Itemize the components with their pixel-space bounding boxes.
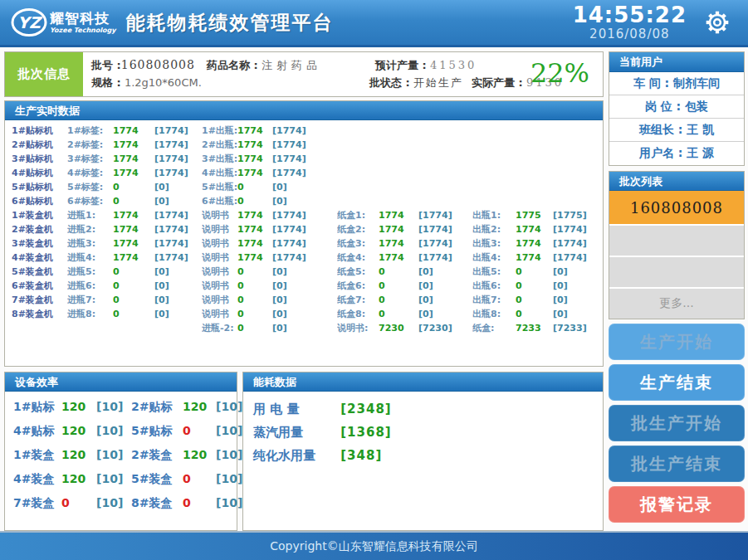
metric-label: 进瓶7: <box>67 293 113 307</box>
user-info-row: 车 间 : 制剂车间 <box>609 72 744 95</box>
metric-label: 纸盒2: <box>337 222 379 236</box>
metric-label: 进瓶1: <box>67 208 113 222</box>
metric-value <box>379 124 418 138</box>
metric-target: [0] <box>272 194 337 208</box>
energy-row: 纯化水用量 [348] <box>253 448 603 471</box>
metric-value: 1774 <box>237 251 272 265</box>
metric-label: 出瓶5: <box>472 265 516 279</box>
company-logo: YZ 耀智科技 Yozee Technology <box>10 7 115 38</box>
metric-target <box>553 166 604 180</box>
metric-target <box>418 180 472 194</box>
batch-list-more-button[interactable]: 更多... <box>609 287 744 319</box>
machine-name: 6#贴标机 <box>12 194 67 208</box>
metric-target: [1774] <box>418 236 472 251</box>
metric-target: [1774] <box>272 124 337 138</box>
metric-target: [1774] <box>272 251 337 265</box>
metric-value: 1774 <box>113 236 154 251</box>
metric-value: 1774 <box>379 251 418 265</box>
metric-value <box>516 194 553 208</box>
metric-label: 纸盒6: <box>337 279 379 293</box>
metric-target: [0] <box>154 279 202 293</box>
energy-data-panel: 能耗数据 用 电 量 [2348] 蒸汽用量 [1368] <box>242 372 604 531</box>
metric-label: 说明书 <box>202 251 237 265</box>
action-button[interactable]: 生产结束 <box>609 364 745 401</box>
metric-label: 进瓶4: <box>67 251 113 265</box>
metric-target: [1775] <box>553 208 604 222</box>
batch-info-panel: 批次信息 批号 :160808008 药品名称 : 注射药品 预计产量 : 41… <box>4 51 604 97</box>
metric-value: 1774 <box>516 236 553 251</box>
metric-value: 1774 <box>237 208 272 222</box>
settings-gear-icon[interactable] <box>703 8 731 37</box>
batch-info-tab[interactable]: 批次信息 <box>5 52 83 96</box>
metric-label: 出瓶4: <box>472 251 516 265</box>
metric-target: [1774] <box>272 138 337 152</box>
spec-value: 1.2g10*60CM. <box>125 76 202 89</box>
action-button[interactable]: 批生产结束 <box>609 446 745 482</box>
metric-label: 纸盒: <box>472 321 516 335</box>
metric-value: 1774 <box>379 208 418 222</box>
device-label: 8#装盒 <box>131 496 183 511</box>
machine-name: 4#装盒机 <box>12 251 67 265</box>
metric-label: 纸盒1: <box>337 208 379 222</box>
machine-name: 7#装盒机 <box>12 293 67 307</box>
metric-target: [0] <box>418 307 472 321</box>
metric-value: 1774 <box>113 208 154 222</box>
machine-name: 4#贴标机 <box>12 166 67 180</box>
metric-label: 进瓶3: <box>67 236 113 251</box>
metric-target <box>553 180 604 194</box>
metric-value: 1774 <box>237 124 272 138</box>
metric-label: 说明书 <box>202 222 237 236</box>
metric-label: 纸盒5: <box>337 265 379 279</box>
metric-value <box>379 180 418 194</box>
metric-target <box>418 152 472 166</box>
batch-status-value: 开始生产 <box>413 76 463 89</box>
current-user-rows: 车 间 : 制剂车间 岗 位 : 包装 班组长 : 王 凯 用户名 : 王 源 <box>609 72 744 165</box>
metric-value: 0 <box>113 265 154 279</box>
efficiency-value: 120 <box>61 424 96 439</box>
energy-label: 纯化水用量 <box>253 448 336 464</box>
machine-name: 6#装盒机 <box>12 279 67 293</box>
metric-value: 1774 <box>237 138 272 152</box>
metric-label <box>472 152 516 166</box>
metric-value: 0 <box>516 265 553 279</box>
metric-label <box>472 180 516 194</box>
action-button[interactable]: 报警记录 <box>609 486 745 523</box>
metric-label <box>337 138 379 152</box>
batch-list-item-selected[interactable]: 160808008 <box>609 191 744 224</box>
metric-value: 0 <box>237 321 272 335</box>
metric-value: 0 <box>237 307 272 321</box>
planned-output-value: 41530 <box>430 59 477 71</box>
batch-no-value: 160808008 <box>121 58 195 71</box>
device-label: 1#装盒 <box>13 448 61 463</box>
machine-name: 3#装盒机 <box>12 236 67 251</box>
energy-value: [1368] <box>340 425 391 440</box>
metric-label <box>337 180 379 194</box>
action-button[interactable]: 批生产开始 <box>609 405 745 441</box>
metric-label <box>337 124 379 138</box>
metric-label: 纸盒8: <box>337 307 379 321</box>
machine-name: 2#贴标机 <box>12 138 67 152</box>
energy-row: 蒸汽用量 [1368] <box>253 425 603 448</box>
batch-list-panel: 批次列表 160808008 更多... <box>609 171 745 319</box>
batch-no-label: 批号 : <box>91 59 121 71</box>
efficiency-target: [10] <box>96 400 131 415</box>
metric-label: 说明书: <box>337 321 379 335</box>
metric-target: [1774] <box>154 166 202 180</box>
energy-label: 用 电 量 <box>253 402 336 417</box>
metric-target <box>154 321 202 335</box>
clock-date: 2016/08/08 <box>573 27 687 41</box>
metric-target <box>553 152 604 166</box>
device-label: 4#装盒 <box>13 472 61 487</box>
metric-value: 0 <box>379 307 418 321</box>
metric-value: 0 <box>113 194 154 208</box>
metric-value: 0 <box>237 194 272 208</box>
efficiency-value: 120 <box>183 448 216 463</box>
action-button[interactable]: 生产开始 <box>609 324 745 360</box>
copyright-text: Copyright©山东智耀信息科技有限公司 <box>270 539 477 554</box>
metric-value <box>516 138 553 152</box>
device-label: 4#贴标 <box>13 424 61 439</box>
svg-text:YZ: YZ <box>17 13 43 32</box>
metric-value <box>379 194 418 208</box>
efficiency-target: [10] <box>96 448 131 463</box>
spec-label: 规格 : <box>91 76 121 89</box>
